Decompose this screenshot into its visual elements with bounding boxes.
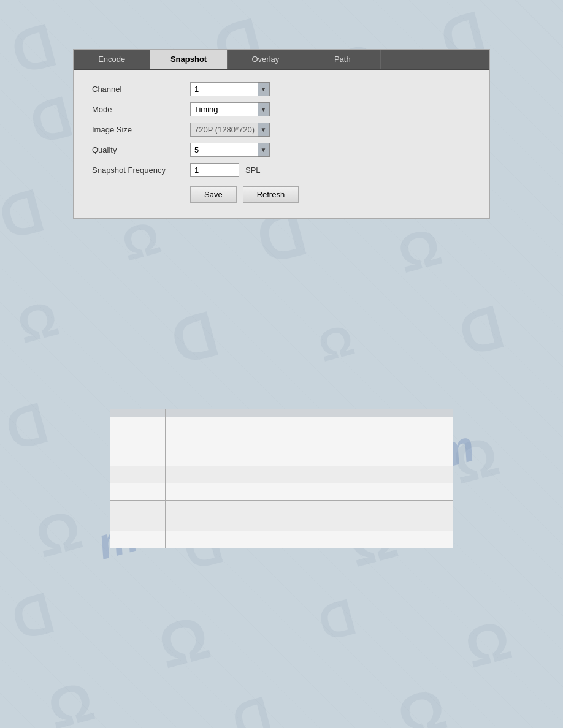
data-table [110,409,453,548]
tab-snapshot[interactable]: Snapshot [150,50,227,69]
mode-control: Timing Trigger ▼ [190,102,270,116]
channel-row: Channel 1 2 3 4 ▼ [92,82,471,96]
tab-path[interactable]: Path [304,50,381,69]
table-cell [166,531,453,548]
mode-select[interactable]: Timing Trigger [190,102,270,116]
refresh-button[interactable]: Refresh [243,186,299,203]
settings-panel: Encode Snapshot Overlay Path Channel 1 2… [73,49,490,219]
snapshot-form: Channel 1 2 3 4 ▼ Mode [74,70,489,218]
table-cell [110,531,166,548]
tab-overlay[interactable]: Overlay [228,50,304,69]
image-size-row: Image Size ▼ [92,123,471,137]
tab-bar: Encode Snapshot Overlay Path [74,50,489,70]
table-cell [110,466,166,483]
snapshot-frequency-label: Snapshot Frequency [92,165,190,175]
table-row [110,501,453,531]
table-cell [166,483,453,501]
tab-encode[interactable]: Encode [74,50,150,69]
data-table-wrapper [110,409,453,548]
table-row [110,466,453,483]
table-row [110,417,453,466]
table-cell [110,417,166,466]
image-size-field [190,123,270,137]
channel-control: 1 2 3 4 ▼ [190,82,270,96]
quality-select[interactable]: 1234 5 678910 [190,143,270,157]
table-cell [166,501,453,531]
quality-control: 1234 5 678910 ▼ [190,143,270,157]
mode-label: Mode [92,105,190,114]
table-header-col1 [110,409,166,417]
snapshot-frequency-input[interactable] [190,163,239,177]
quality-label: Quality [92,145,190,154]
channel-label: Channel [92,85,190,94]
channel-select[interactable]: 1 2 3 4 [190,82,270,96]
table-cell [166,417,453,466]
image-size-label: Image Size [92,125,190,134]
save-button[interactable]: Save [190,186,237,203]
snapshot-frequency-control: SPL [190,163,261,177]
quality-row: Quality 1234 5 678910 ▼ [92,143,471,157]
table-row [110,531,453,548]
image-size-control: ▼ [190,123,270,137]
table-row [110,483,453,501]
mode-row: Mode Timing Trigger ▼ [92,102,471,116]
table-cell [110,483,166,501]
snapshot-frequency-row: Snapshot Frequency SPL [92,163,471,177]
snapshot-frequency-unit: SPL [245,165,261,175]
table-cell [166,466,453,483]
table-cell [110,501,166,531]
tab-extra [381,50,489,69]
button-row: Save Refresh [92,186,471,203]
table-header-col2 [166,409,453,417]
